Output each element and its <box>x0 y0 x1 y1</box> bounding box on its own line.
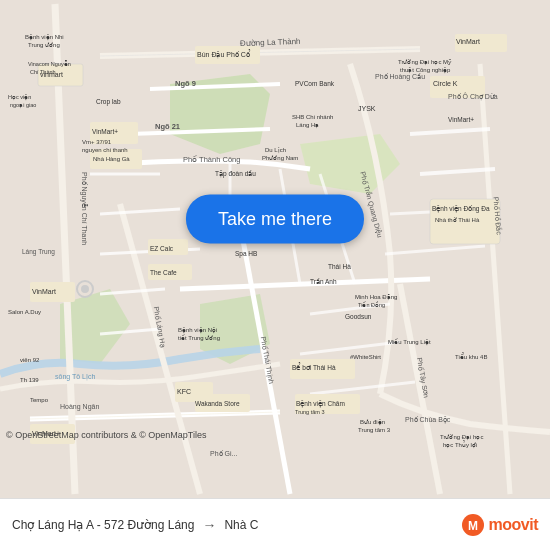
svg-text:Trung ương: Trung ương <box>28 42 60 48</box>
svg-text:Bể bơi Thái Hà: Bể bơi Thái Hà <box>292 362 336 371</box>
svg-text:Bệnh viện Đống Đa: Bệnh viện Đống Đa <box>432 205 490 213</box>
take-me-there-button[interactable]: Take me there <box>186 195 364 244</box>
svg-text:Crop lab: Crop lab <box>96 98 121 106</box>
svg-text:nguyen chi thanh: nguyen chi thanh <box>82 147 128 153</box>
svg-text:Vm+ 37/91: Vm+ 37/91 <box>82 139 112 145</box>
svg-text:Chí Thành: Chí Thành <box>30 69 56 75</box>
svg-text:Miếu Trung Liệt: Miếu Trung Liệt <box>388 338 431 346</box>
svg-text:VinMart+: VinMart+ <box>32 430 60 437</box>
svg-text:Ngõ 21: Ngõ 21 <box>155 122 180 131</box>
svg-text:#WhiteShirt: #WhiteShirt <box>350 354 381 360</box>
svg-text:Tiến Đồng: Tiến Đồng <box>358 301 385 308</box>
moovit-brand-text: moovit <box>489 516 538 534</box>
svg-text:Tempo: Tempo <box>30 397 49 403</box>
svg-text:VinMart+: VinMart+ <box>92 128 118 135</box>
svg-text:sông Tô Lịch: sông Tô Lịch <box>55 373 96 381</box>
route-arrow-icon: → <box>202 517 216 533</box>
svg-text:Láng Trung: Láng Trung <box>22 248 55 256</box>
svg-text:VinMart: VinMart <box>456 38 480 45</box>
svg-text:JYSK: JYSK <box>358 105 376 112</box>
map-background: Đường La Thành Phố Nguyễn Chí Thanh Phố … <box>0 0 550 498</box>
svg-text:Láng Hạ: Láng Hạ <box>296 122 319 129</box>
svg-text:Wakanda Store: Wakanda Store <box>195 400 240 407</box>
svg-text:Goodsun: Goodsun <box>345 313 372 320</box>
svg-text:Bún Đậu Phố Cổ: Bún Đậu Phố Cổ <box>197 49 251 59</box>
svg-text:Phố Hoàng Cầu: Phố Hoàng Cầu <box>375 73 425 81</box>
svg-text:Th 139: Th 139 <box>20 377 39 383</box>
svg-text:Phố Ô Chợ Dừa: Phố Ô Chợ Dừa <box>448 92 498 101</box>
svg-text:Trường Đại học: Trường Đại học <box>440 434 483 441</box>
svg-text:PVCom Bank: PVCom Bank <box>295 80 335 87</box>
svg-text:Du Lịch: Du Lịch <box>265 147 286 154</box>
svg-text:SHB Chi nhánh: SHB Chi nhánh <box>292 114 333 120</box>
svg-text:Minh Hoa Đặng: Minh Hoa Đặng <box>355 294 397 301</box>
svg-text:Trần Anh: Trần Anh <box>310 278 337 285</box>
moovit-logo-icon: M <box>461 513 485 537</box>
to-location-label: Nhà C <box>224 518 258 532</box>
svg-text:Phố Thành Công: Phố Thành Công <box>183 155 240 164</box>
svg-text:thuật Công nghiệp: thuật Công nghiệp <box>400 67 451 74</box>
svg-text:Tiểu khu 4B: Tiểu khu 4B <box>455 352 487 360</box>
svg-text:Ngõ 9: Ngõ 9 <box>175 79 196 88</box>
svg-text:Circle K: Circle K <box>433 80 458 87</box>
svg-point-33 <box>81 285 89 293</box>
svg-text:Bệnh viện Nội: Bệnh viện Nội <box>178 327 217 334</box>
svg-text:Học viện: Học viện <box>8 94 31 101</box>
svg-text:Bưu điện: Bưu điện <box>360 419 385 426</box>
svg-text:Spa HB: Spa HB <box>235 250 257 258</box>
svg-text:tiết Trung ương: tiết Trung ương <box>178 334 220 341</box>
svg-text:Nhà thờ Thái Hà: Nhà thờ Thái Hà <box>435 217 480 223</box>
svg-text:Bệnh viện Nhi: Bệnh viện Nhi <box>25 34 64 41</box>
svg-text:Phố Gi...: Phố Gi... <box>210 450 237 457</box>
svg-text:VinMart: VinMart <box>32 288 56 295</box>
svg-text:viên 92: viên 92 <box>20 357 40 363</box>
route-info: Chợ Láng Hạ A - 572 Đường Láng → Nhà C <box>12 517 461 533</box>
app: Đường La Thành Phố Nguyễn Chí Thanh Phố … <box>0 0 550 550</box>
svg-text:KFC: KFC <box>177 388 191 395</box>
svg-text:Salon A.Duy: Salon A.Duy <box>8 309 41 315</box>
svg-text:Vinacom Nguyễn: Vinacom Nguyễn <box>28 60 71 67</box>
svg-text:học Thủy lợi: học Thủy lợi <box>443 440 477 449</box>
svg-text:Hoàng Ngân: Hoàng Ngân <box>60 403 99 411</box>
svg-text:Thái Hà: Thái Hà <box>328 263 351 270</box>
svg-text:M: M <box>468 518 478 532</box>
svg-text:The Cafe: The Cafe <box>150 269 177 276</box>
map-container: Đường La Thành Phố Nguyễn Chí Thanh Phố … <box>0 0 550 498</box>
svg-text:ngoại giao: ngoại giao <box>10 102 36 109</box>
from-location-label: Chợ Láng Hạ A - 572 Đường Láng <box>12 518 194 532</box>
svg-text:Phương Nam: Phương Nam <box>262 155 298 161</box>
svg-text:Bệnh viện Châm: Bệnh viện Châm <box>296 400 345 408</box>
svg-text:Phố Nguyễn Chí Thanh: Phố Nguyễn Chí Thanh <box>80 172 88 245</box>
svg-text:EZ Calc: EZ Calc <box>150 245 174 252</box>
bottom-bar: Chợ Láng Hạ A - 572 Đường Láng → Nhà C M… <box>0 498 550 550</box>
svg-text:VinMart+: VinMart+ <box>448 116 474 123</box>
svg-text:Tập đoàn dầu: Tập đoàn dầu <box>215 170 256 178</box>
svg-text:Trung tâm 3: Trung tâm 3 <box>358 427 391 433</box>
svg-text:Trường Đại học Mỹ: Trường Đại học Mỹ <box>398 59 452 66</box>
svg-text:Trung tâm 3: Trung tâm 3 <box>295 409 324 415</box>
moovit-logo: M moovit <box>461 513 538 537</box>
svg-text:Phố Chùa Bộc: Phố Chùa Bộc <box>405 416 451 424</box>
svg-text:Nhà Hàng Gà: Nhà Hàng Gà <box>93 156 130 162</box>
